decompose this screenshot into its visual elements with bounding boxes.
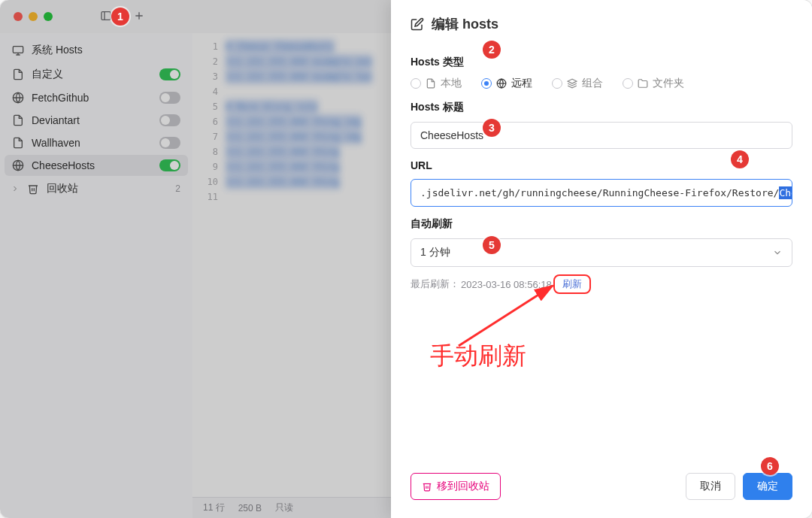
hosts-title-input[interactable] (411, 122, 792, 149)
move-to-trash-button[interactable]: 移到回收站 (411, 473, 501, 500)
sidebar-item-label: Deviantart (32, 114, 152, 126)
toggle-switch[interactable] (159, 114, 180, 126)
add-icon[interactable] (133, 10, 145, 24)
sidebar-item-wallhaven[interactable]: Wallhaven (5, 132, 188, 153)
app-window: 系统 Hosts 自定义 FetchGithub Deviantart Wall… (0, 0, 812, 518)
globe-icon (12, 159, 24, 171)
panel-title: 编辑 hosts (432, 15, 498, 33)
toggle-switch[interactable] (159, 68, 180, 80)
auto-refresh-select[interactable]: 1 分钟 (411, 238, 792, 267)
sidebar-item-label: FetchGithub (32, 92, 152, 104)
trash-count: 2 (175, 183, 180, 194)
radio-remote[interactable]: 远程 (481, 77, 532, 90)
trash-icon (27, 183, 39, 195)
chevron-right-icon (11, 184, 20, 193)
file-icon (12, 68, 24, 80)
annotation-badge-4: 4 (731, 150, 749, 168)
svg-rect-4 (13, 47, 23, 53)
svg-line-14 (459, 286, 553, 346)
annotation-badge-1: 1 (111, 8, 129, 26)
annotation-badge-5: 5 (483, 236, 501, 254)
hosts-type-radios: 本地 远程 组合 文件夹 (411, 77, 792, 90)
sidebar-item-label: CheeseHosts (32, 159, 152, 171)
toggle-switch[interactable] (159, 137, 180, 149)
sidebar-item-custom[interactable]: 自定义 (5, 63, 188, 86)
sidebar-item-cheesehosts[interactable]: CheeseHosts (5, 155, 188, 176)
maximize-window-icon[interactable] (44, 12, 53, 21)
panel-header: 编辑 hosts (391, 0, 812, 38)
svg-marker-13 (568, 79, 577, 83)
chevron-down-icon (772, 247, 783, 258)
hosts-title-label: Hosts 标题 (411, 101, 792, 114)
toggle-switch[interactable] (159, 159, 180, 171)
sidebar-item-trash[interactable]: 回收站 2 (5, 177, 188, 200)
radio-folder[interactable]: 文件夹 (623, 77, 684, 90)
sidebar-item-label: 自定义 (32, 68, 152, 81)
sidebar-item-label: Wallhaven (32, 137, 152, 149)
globe-icon (12, 92, 24, 104)
trash-icon (422, 481, 432, 492)
radio-group[interactable]: 组合 (552, 77, 603, 90)
sidebar: 系统 Hosts 自定义 FetchGithub Deviantart Wall… (0, 33, 192, 518)
minimize-window-icon[interactable] (29, 12, 38, 21)
window-controls (14, 12, 53, 21)
status-mode: 只读 (275, 501, 293, 514)
sidebar-item-label: 系统 Hosts (32, 44, 180, 57)
url-input[interactable]: .jsdelivr.net/gh/runningcheese/RunningCh… (411, 179, 792, 207)
edit-icon (411, 17, 424, 31)
sidebar-item-deviantart[interactable]: Deviantart (5, 110, 188, 131)
panel-footer: 移到回收站 取消 确定 (391, 461, 812, 518)
radio-local[interactable]: 本地 (411, 77, 462, 90)
globe-icon (496, 78, 507, 89)
file-icon (12, 137, 24, 149)
annotation-badge-3: 3 (483, 119, 501, 137)
sidebar-toggle-icon[interactable] (100, 10, 112, 24)
toggle-switch[interactable] (159, 92, 180, 104)
annotation-badge-2: 2 (483, 41, 501, 59)
status-lines: 11 行 (203, 501, 225, 514)
close-window-icon[interactable] (14, 12, 23, 21)
layers-icon (567, 78, 577, 89)
svg-rect-0 (102, 11, 111, 20)
cancel-button[interactable]: 取消 (686, 473, 735, 500)
file-icon (426, 78, 436, 89)
annotation-badge-6: 6 (761, 457, 779, 475)
annotation-text: 手动刷新 (430, 340, 526, 373)
sidebar-item-fetchgithub[interactable]: FetchGithub (5, 87, 188, 108)
sidebar-item-system-hosts[interactable]: 系统 Hosts (5, 39, 188, 62)
monitor-icon (12, 44, 24, 56)
status-bytes: 250 B (238, 503, 262, 513)
confirm-button[interactable]: 确定 (743, 473, 792, 500)
file-icon (12, 114, 24, 126)
folder-icon (638, 78, 648, 89)
line-gutter: 1234567891011 (192, 33, 223, 518)
edit-hosts-panel: 编辑 hosts Hosts 类型 本地 远程 组合 (391, 0, 812, 518)
sidebar-item-label: 回收站 (47, 182, 165, 195)
auto-refresh-label: 自动刷新 (411, 217, 792, 231)
hosts-type-label: Hosts 类型 (411, 56, 792, 69)
